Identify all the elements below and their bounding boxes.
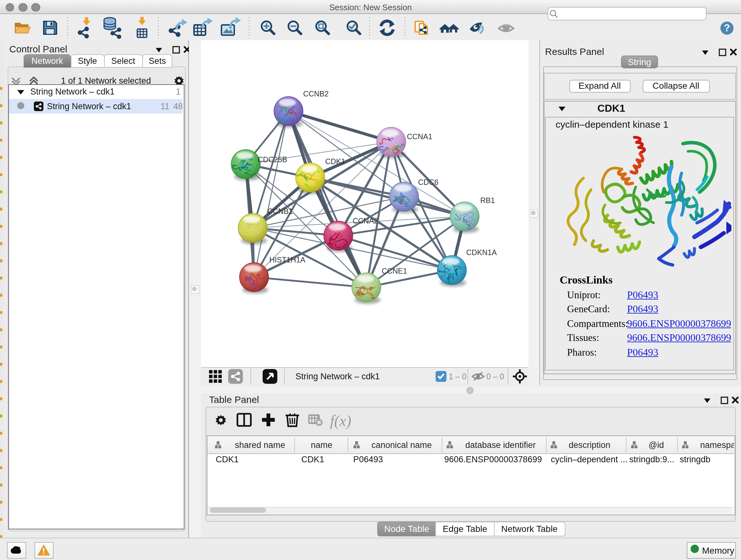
svg-text:CCNE1: CCNE1 [382, 267, 407, 275]
svg-text:CDK1: CDK1 [301, 454, 324, 464]
svg-text:f(x): f(x) [330, 412, 351, 429]
svg-text:P06493: P06493 [353, 454, 383, 464]
svg-text:CCNA1: CCNA1 [407, 132, 432, 141]
svg-text:?: ? [724, 22, 730, 33]
svg-text:CDK1: CDK1 [325, 158, 345, 166]
svg-text:0 – 0: 0 – 0 [486, 372, 504, 381]
svg-text:1 – 0: 1 – 0 [449, 372, 467, 381]
svg-text:CDC6: CDC6 [418, 178, 439, 186]
svg-text:database identifier: database identifier [465, 440, 536, 449]
svg-text:shared name: shared name [234, 440, 285, 449]
svg-text:cyclin–dependent ...: cyclin–dependent ... [550, 454, 627, 464]
svg-text:name: name [311, 440, 332, 449]
svg-text:CDC25B: CDC25B [258, 155, 287, 164]
svg-text:stringdb: stringdb [679, 454, 710, 464]
svg-text:CDK1: CDK1 [215, 454, 239, 464]
svg-text:CCNB1: CCNB1 [267, 207, 293, 215]
svg-text:9606.ENSP00000378699: 9606.ENSP00000378699 [444, 454, 542, 464]
svg-text:namespace: namespace [700, 440, 734, 449]
svg-text:CDKN1A: CDKN1A [466, 248, 497, 257]
svg-text:RB1: RB1 [480, 196, 495, 205]
svg-text:String Network – cdk1: String Network – cdk1 [295, 372, 380, 381]
svg-text:canonical name: canonical name [371, 440, 431, 449]
svg-text:HIST1H1A: HIST1H1A [269, 256, 306, 264]
svg-text:CCNB2: CCNB2 [303, 90, 329, 98]
svg-text:description: description [568, 440, 610, 449]
svg-text:@id: @id [648, 440, 664, 449]
svg-text:CCNA2: CCNA2 [353, 217, 378, 225]
svg-text:stringdb:9...: stringdb:9... [629, 454, 674, 464]
